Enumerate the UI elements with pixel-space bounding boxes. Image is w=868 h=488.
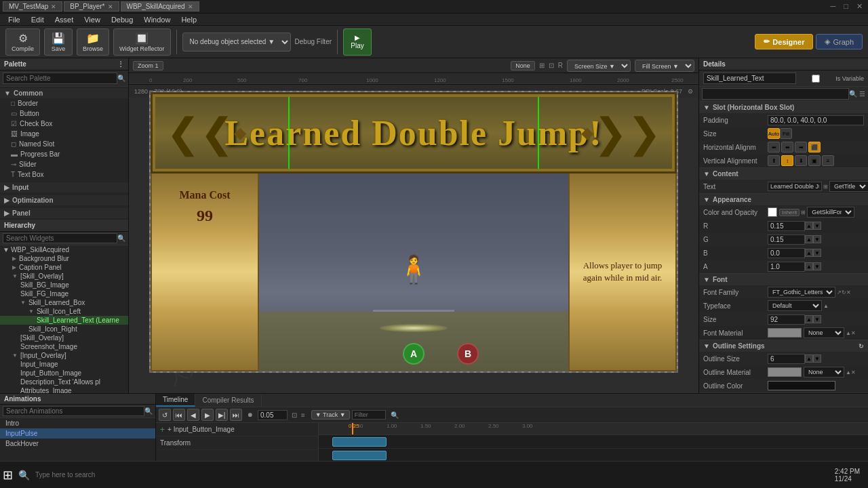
- tl-time-input[interactable]: [258, 410, 288, 420]
- font-material-swatch[interactable]: [768, 328, 802, 338]
- details-list-icon[interactable]: ☰: [859, 90, 865, 98]
- track-block-0[interactable]: [332, 437, 387, 447]
- outline-settings-icon[interactable]: ↻: [859, 343, 864, 350]
- anim-item-backhover[interactable]: BackHover: [0, 439, 155, 449]
- windows-start-icon[interactable]: ⊞: [3, 468, 13, 483]
- track-label-input-button-image[interactable]: + + Input_Button_Image: [156, 423, 318, 436]
- outline-material-up-icon[interactable]: ▲: [846, 369, 851, 375]
- font-size-up-btn[interactable]: ▲: [805, 315, 813, 323]
- get-skill-font-select[interactable]: GetSkillFontColor: [807, 207, 854, 218]
- tl-add-track-icon[interactable]: 🔍: [391, 411, 399, 419]
- palette-search-input[interactable]: [3, 73, 117, 84]
- palette-section-input-header[interactable]: ▶ Input: [0, 182, 128, 192]
- typeface-select[interactable]: Default: [768, 300, 822, 311]
- hierarchy-search-icon[interactable]: 🔍: [117, 235, 125, 242]
- hierarchy-item-0[interactable]: ▶Background Blur: [0, 254, 128, 263]
- tl-forward-btn[interactable]: ⏭: [230, 409, 242, 421]
- padding-input[interactable]: [768, 115, 864, 125]
- palette-item-checkbox[interactable]: ☑Check Box: [0, 119, 128, 129]
- debug-object-select[interactable]: No debug object selected ▼: [182, 33, 291, 52]
- tl-prev-key-btn[interactable]: ◀: [187, 409, 199, 421]
- hierarchy-item-9[interactable]: [Skill_Overlay]: [0, 333, 128, 342]
- h-align-right-btn[interactable]: ➡: [795, 142, 807, 152]
- color-swatch[interactable]: [768, 207, 777, 217]
- font-family-select[interactable]: FT_Gothic_Letters: [768, 287, 835, 298]
- palette-options-icon[interactable]: ⋮: [117, 60, 124, 68]
- menu-asset[interactable]: Asset: [50, 16, 79, 24]
- a-input[interactable]: [768, 262, 805, 272]
- play-button[interactable]: ▶ Play: [343, 28, 372, 56]
- typeface-up-icon[interactable]: ▲: [823, 303, 829, 309]
- outline-color-swatch[interactable]: [768, 381, 835, 390]
- h-align-fill-btn[interactable]: ⬛: [808, 142, 821, 152]
- content-section-header[interactable]: ▼ Content: [699, 168, 868, 180]
- hierarchy-item-5[interactable]: ▼Skill_Learned_Box: [0, 298, 128, 307]
- fill-screen-select[interactable]: Fill Screen ▼: [635, 60, 694, 72]
- v-align-top-btn[interactable]: ⬆: [768, 155, 780, 166]
- g-down-btn[interactable]: ▼: [813, 235, 821, 243]
- tl-rewind-btn[interactable]: ⏮: [173, 409, 185, 421]
- palette-search-icon[interactable]: 🔍: [117, 75, 125, 82]
- r-input[interactable]: [768, 221, 805, 231]
- tab-mv-testmap[interactable]: MV_TestMap ✕: [3, 1, 62, 12]
- zoom-display[interactable]: Zoom 1: [133, 61, 163, 70]
- a-down-btn[interactable]: ▼: [813, 262, 821, 270]
- outline-material-select[interactable]: None: [804, 367, 844, 378]
- taskbar-search-input[interactable]: [35, 471, 137, 479]
- hierarchy-item-10[interactable]: Screenshot_Image: [0, 342, 128, 351]
- tab-bp-player-close[interactable]: ✕: [108, 3, 113, 10]
- outline-size-input[interactable]: [768, 354, 805, 364]
- tl-options-icon[interactable]: ≡: [301, 411, 305, 419]
- menu-file[interactable]: File: [3, 16, 26, 24]
- palette-item-image[interactable]: 🖼Image: [0, 129, 128, 139]
- font-open-icon[interactable]: ↗: [837, 289, 842, 296]
- slot-section-header[interactable]: ▼ Slot (Horizontal Box Slot): [699, 102, 868, 113]
- palette-item-button[interactable]: ▭Button: [0, 108, 128, 119]
- size-auto-btn[interactable]: Auto: [768, 128, 780, 139]
- canvas-viewport[interactable]: 人人素材 www.rrcg.cn 人人素材 www.rrcg.cn 人人素材 w…: [129, 84, 698, 393]
- font-refresh-icon[interactable]: ↻: [842, 289, 846, 296]
- size-fill-btn[interactable]: Fill: [780, 128, 792, 139]
- outline-size-up-btn[interactable]: ▲: [805, 354, 813, 363]
- palette-item-named-slot[interactable]: ◻Named Slot: [0, 139, 128, 149]
- designer-button[interactable]: ✏ Designer: [755, 34, 813, 49]
- hierarchy-item-13[interactable]: Input_Button_Image: [0, 369, 128, 378]
- tl-play-btn[interactable]: ▶: [201, 409, 214, 421]
- outline-material-clear-icon[interactable]: ✕: [851, 369, 856, 375]
- text-value-input[interactable]: [768, 182, 822, 191]
- hierarchy-item-7[interactable]: Skill_Learned_Text (Learne: [0, 316, 128, 325]
- palette-section-panel-header[interactable]: ▶ Panel: [0, 208, 128, 218]
- font-material-up-icon[interactable]: ▲: [846, 330, 851, 336]
- r-up-btn[interactable]: ▲: [805, 222, 813, 230]
- none-button[interactable]: None: [511, 61, 535, 70]
- b-up-btn[interactable]: ▲: [805, 249, 813, 257]
- graph-button[interactable]: ◈ Graph: [816, 34, 863, 49]
- font-material-select[interactable]: None: [804, 327, 844, 338]
- font-size-down-btn[interactable]: ▼: [813, 315, 821, 323]
- font-size-input[interactable]: [768, 314, 805, 325]
- hierarchy-item-18[interactable]: Description_Text 'Allows pl: [0, 378, 128, 386]
- window-maximize[interactable]: □: [841, 2, 851, 11]
- tab-bp-player[interactable]: BP_Player* ✕: [64, 1, 119, 12]
- hierarchy-root[interactable]: ▼ WBP_SkillAcquired: [0, 245, 128, 254]
- v-align-baseline-btn[interactable]: ≡: [822, 155, 834, 166]
- tl-track-btn[interactable]: ▼ Track ▼: [311, 410, 350, 420]
- tl-next-key-btn[interactable]: ▶|: [216, 409, 228, 421]
- outline-material-swatch[interactable]: [768, 367, 802, 377]
- h-align-center-btn[interactable]: ⬌: [781, 142, 793, 152]
- anim-search-icon[interactable]: 🔍: [144, 407, 153, 415]
- menu-window[interactable]: Window: [138, 16, 176, 24]
- hierarchy-item-2[interactable]: ▼[Skill_Overlay]: [0, 272, 128, 281]
- screen-size-select[interactable]: Screen Size ▼: [567, 60, 631, 72]
- palette-item-slider[interactable]: ⊸Slider: [0, 159, 128, 169]
- tab-mv-testmap-close[interactable]: ✕: [51, 3, 56, 10]
- palette-item-border[interactable]: □Border: [0, 98, 128, 108]
- menu-edit[interactable]: Edit: [26, 16, 50, 24]
- outline-size-down-btn[interactable]: ▼: [813, 354, 821, 363]
- a-up-btn[interactable]: ▲: [805, 262, 813, 270]
- details-search-input[interactable]: [702, 88, 849, 100]
- anim-item-inputpulse[interactable]: InputPulse: [0, 428, 155, 439]
- details-search-icon[interactable]: 🔍: [849, 90, 857, 98]
- hierarchy-item-8[interactable]: Skill_Icon_Right: [0, 325, 128, 333]
- g-input[interactable]: [768, 235, 805, 245]
